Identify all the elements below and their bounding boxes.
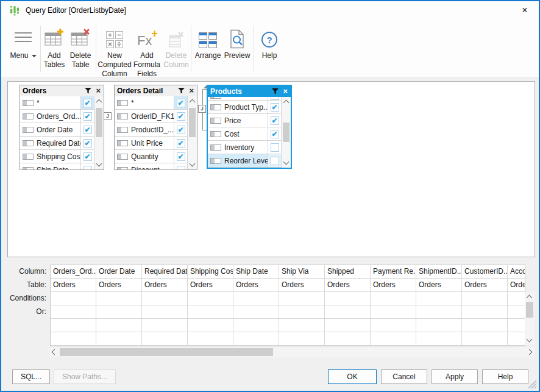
grid-table-cell[interactable]: Orders	[188, 279, 233, 292]
scroll-down-icon[interactable]	[283, 159, 290, 165]
grid-column-header[interactable]: Shipping Cost	[188, 265, 233, 279]
panel-close-icon[interactable]: ×	[189, 87, 194, 94]
grid-empty-cell[interactable]	[371, 319, 416, 332]
grid-table-cell[interactable]: Orders	[325, 279, 371, 292]
join-indicator[interactable]: J	[104, 112, 112, 120]
apply-button[interactable]: Apply	[432, 369, 478, 384]
scroll-up-icon[interactable]	[190, 99, 196, 105]
field-row[interactable]: Shipping Cost✔	[20, 150, 94, 163]
grid-or-cell[interactable]	[233, 305, 279, 319]
grid-or-cell[interactable]	[508, 305, 525, 319]
grid-empty-cell[interactable]	[416, 319, 462, 332]
field-checkbox[interactable]	[83, 166, 92, 170]
grid-table-cell[interactable]: Orders	[51, 279, 96, 292]
menu-button[interactable]: Menu	[6, 24, 40, 60]
arrange-button[interactable]: Arrange	[194, 24, 222, 60]
grid-table-cell[interactable]: Orders	[142, 279, 188, 292]
scroll-down-icon[interactable]	[190, 161, 196, 167]
scrollbar-thumb[interactable]	[526, 302, 533, 318]
help-toolbar-button[interactable]: ? Help	[257, 24, 282, 60]
filter-icon[interactable]	[272, 88, 279, 94]
scroll-up-icon[interactable]	[96, 99, 102, 105]
grid-column-header[interactable]: CustomerID...	[462, 265, 508, 279]
grid-or-cell[interactable]	[142, 305, 188, 319]
field-checkbox[interactable]: ✔	[83, 99, 92, 107]
help-button[interactable]: Help	[482, 369, 528, 384]
grid-conditions-cell[interactable]	[188, 292, 233, 305]
resize-grip[interactable]	[528, 380, 537, 389]
grid-empty-cell[interactable]	[233, 332, 279, 346]
panel-scrollbar[interactable]	[187, 96, 197, 169]
grid-vertical-scrollbar[interactable]	[525, 292, 535, 345]
field-checkbox[interactable]	[271, 157, 279, 165]
grid-conditions-cell[interactable]	[96, 292, 142, 305]
grid-column-header[interactable]: Accou...	[508, 265, 525, 279]
grid-empty-cell[interactable]	[51, 319, 96, 332]
grid-or-cell[interactable]	[279, 305, 325, 319]
field-checkbox[interactable]: ✔	[83, 139, 92, 148]
grid-empty-cell[interactable]	[188, 332, 233, 346]
field-row[interactable]: Required Date✔	[20, 137, 94, 150]
grid-conditions-cell[interactable]	[416, 292, 462, 305]
grid-empty-cell[interactable]	[279, 319, 325, 332]
sql-button[interactable]: SQL...	[12, 369, 50, 384]
grid-column-header[interactable]: Required Date	[142, 265, 188, 279]
table-panel-header[interactable]: Products×	[208, 86, 291, 97]
field-checkbox[interactable]: ✔	[83, 126, 92, 134]
grid-conditions-cell[interactable]	[279, 292, 325, 305]
field-row[interactable]: *✔	[115, 96, 187, 110]
grid-conditions-cell[interactable]	[371, 292, 416, 305]
grid-column-header[interactable]: Shipped	[325, 265, 371, 279]
scroll-left-icon[interactable]	[52, 349, 58, 355]
filter-icon[interactable]	[85, 88, 91, 94]
grid-or-cell[interactable]	[462, 305, 508, 319]
field-row[interactable]: Discount	[115, 163, 187, 169]
grid-table-cell[interactable]: Orders	[96, 279, 142, 292]
field-row[interactable]: Product Typ...✔	[208, 101, 281, 114]
panel-scrollbar[interactable]	[281, 97, 291, 168]
scroll-down-icon[interactable]	[96, 161, 102, 167]
field-row[interactable]: Cost✔	[208, 127, 281, 141]
field-checkbox[interactable]: ✔	[83, 152, 92, 161]
add-tables-button[interactable]: Add Tables	[41, 24, 67, 69]
grid-column-header[interactable]: ShipmentID...	[416, 265, 462, 279]
grid-empty-cell[interactable]	[371, 332, 416, 346]
titlebar[interactable]: Query Editor [OrderListbyDate] ×	[1, 1, 539, 20]
preview-button[interactable]: Preview	[223, 24, 251, 60]
panel-close-icon[interactable]: ×	[96, 87, 101, 94]
scrollbar-thumb[interactable]	[283, 123, 290, 142]
grid-column-header[interactable]: Orders_Ord...	[51, 265, 96, 279]
scroll-up-icon[interactable]	[283, 100, 290, 106]
grid-or-cell[interactable]	[188, 305, 233, 319]
grid-conditions-cell[interactable]	[142, 292, 188, 305]
field-row[interactable]: Inventory	[208, 141, 281, 154]
field-checkbox[interactable]: ✔	[177, 99, 185, 107]
field-checkbox[interactable]	[177, 166, 185, 170]
field-checkbox[interactable]: ✔	[83, 112, 92, 121]
field-row[interactable]: ProductID_...✔	[115, 123, 187, 137]
scroll-up-icon[interactable]	[527, 295, 533, 301]
grid-table-cell[interactable]: Orders	[371, 279, 416, 292]
grid-conditions-cell[interactable]	[462, 292, 508, 305]
grid-horizontal-scrollbar[interactable]	[50, 347, 535, 357]
grid-empty-cell[interactable]	[325, 332, 371, 346]
field-checkbox[interactable]	[271, 97, 279, 100]
grid-empty-cell[interactable]	[51, 332, 96, 346]
field-checkbox[interactable]: ✔	[271, 116, 279, 125]
grid-or-cell[interactable]	[371, 305, 416, 319]
scrollbar-thumb[interactable]	[60, 348, 273, 356]
table-panel-orders[interactable]: Orders×*✔Orders_Ord...✔Order Date✔Requir…	[20, 85, 104, 170]
field-checkbox[interactable]: ✔	[177, 152, 185, 161]
add-formula-fields-button[interactable]: Fx+ Add Formula Fields	[132, 24, 162, 79]
field-checkbox[interactable]: ✔	[177, 112, 185, 121]
grid-conditions-cell[interactable]	[508, 292, 525, 305]
grid-empty-cell[interactable]	[142, 319, 188, 332]
field-checkbox[interactable]: ✔	[271, 103, 279, 112]
cancel-button[interactable]: Cancel	[381, 369, 427, 384]
field-row[interactable]: OrderID_FK1✔	[115, 110, 187, 123]
grid-table-cell[interactable]: Orders	[279, 279, 325, 292]
grid-or-cell[interactable]	[325, 305, 371, 319]
field-row[interactable]: Order Date✔	[20, 123, 94, 137]
grid-conditions-cell[interactable]	[51, 292, 96, 305]
grid-column-header[interactable]: Payment Re...	[371, 265, 416, 279]
